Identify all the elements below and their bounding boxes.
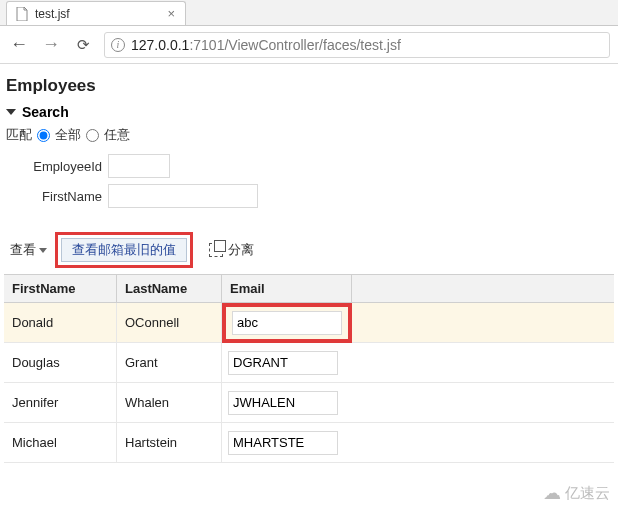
view-menu-label: 查看 [10, 241, 36, 259]
page-icon [15, 7, 29, 21]
match-label: 匹配 [6, 126, 32, 144]
table-row[interactable]: JenniferWhalen [4, 383, 614, 423]
cell-last-name: Whalen [117, 383, 222, 422]
first-name-row: FirstName [4, 184, 614, 208]
employee-id-label: EmployeeId [4, 159, 108, 174]
email-input[interactable] [228, 431, 338, 455]
col-last-name[interactable]: LastName [117, 275, 222, 302]
view-oldest-email-button[interactable]: 查看邮箱最旧的值 [61, 238, 187, 262]
employee-id-input[interactable] [108, 154, 170, 178]
cloud-icon: ☁ [543, 482, 561, 504]
table-header: FirstName LastName Email [4, 275, 614, 303]
employee-id-row: EmployeeId [4, 154, 614, 178]
cell-email [222, 423, 352, 462]
table-row[interactable]: DouglasGrant [4, 343, 614, 383]
cell-first-name: Michael [4, 423, 117, 462]
match-any-label: 任意 [104, 126, 130, 144]
cell-first-name: Jennifer [4, 383, 117, 422]
table-row[interactable]: MichaelHartstein [4, 423, 614, 463]
col-first-name[interactable]: FirstName [4, 275, 117, 302]
page-title: Employees [6, 76, 614, 96]
search-header[interactable]: Search [6, 104, 614, 120]
cell-email [222, 303, 352, 342]
match-all-label: 全部 [55, 126, 81, 144]
watermark-text: 亿速云 [565, 484, 610, 503]
cell-first-name: Donald [4, 303, 117, 342]
forward-button[interactable]: → [40, 34, 62, 55]
tab-strip: test.jsf × [0, 0, 618, 26]
detach-button[interactable]: 分离 [209, 241, 254, 259]
email-input[interactable] [232, 311, 342, 335]
page-content: Employees Search 匹配 全部 任意 EmployeeId Fir… [0, 64, 618, 463]
url-text: 127.0.0.1:7101/ViewController/faces/test… [131, 37, 603, 53]
cell-last-name: Grant [117, 343, 222, 382]
address-bar[interactable]: i 127.0.0.1:7101/ViewController/faces/te… [104, 32, 610, 58]
site-info-icon[interactable]: i [111, 38, 125, 52]
detach-icon [209, 243, 223, 257]
close-icon[interactable]: × [167, 6, 175, 21]
cell-first-name: Douglas [4, 343, 117, 382]
cell-last-name: OConnell [117, 303, 222, 342]
reload-button[interactable]: ⟳ [72, 36, 94, 54]
search-title: Search [22, 104, 69, 120]
cell-last-name: Hartstein [117, 423, 222, 462]
employees-table: FirstName LastName Email DonaldOConnellD… [4, 274, 614, 463]
email-input[interactable] [228, 351, 338, 375]
first-name-input[interactable] [108, 184, 258, 208]
match-row: 匹配 全部 任意 [6, 126, 614, 144]
detach-label: 分离 [228, 241, 254, 259]
browser-toolbar: ← → ⟳ i 127.0.0.1:7101/ViewController/fa… [0, 26, 618, 64]
table-row[interactable]: DonaldOConnell [4, 303, 614, 343]
col-email[interactable]: Email [222, 275, 352, 302]
cell-email [222, 343, 352, 382]
panel-toolbar: 查看 查看邮箱最旧的值 分离 [10, 232, 614, 268]
highlight-box-cell [222, 303, 352, 343]
match-any-radio[interactable] [86, 129, 99, 142]
match-all-radio[interactable] [37, 129, 50, 142]
browser-tab[interactable]: test.jsf × [6, 1, 186, 25]
disclosure-icon [6, 109, 16, 115]
view-menu[interactable]: 查看 [10, 241, 47, 259]
first-name-label: FirstName [4, 189, 108, 204]
cell-email [222, 383, 352, 422]
chevron-down-icon [39, 248, 47, 253]
highlight-box-button: 查看邮箱最旧的值 [55, 232, 193, 268]
back-button[interactable]: ← [8, 34, 30, 55]
watermark: ☁ 亿速云 [543, 482, 610, 504]
email-input[interactable] [228, 391, 338, 415]
tab-title: test.jsf [35, 7, 161, 21]
